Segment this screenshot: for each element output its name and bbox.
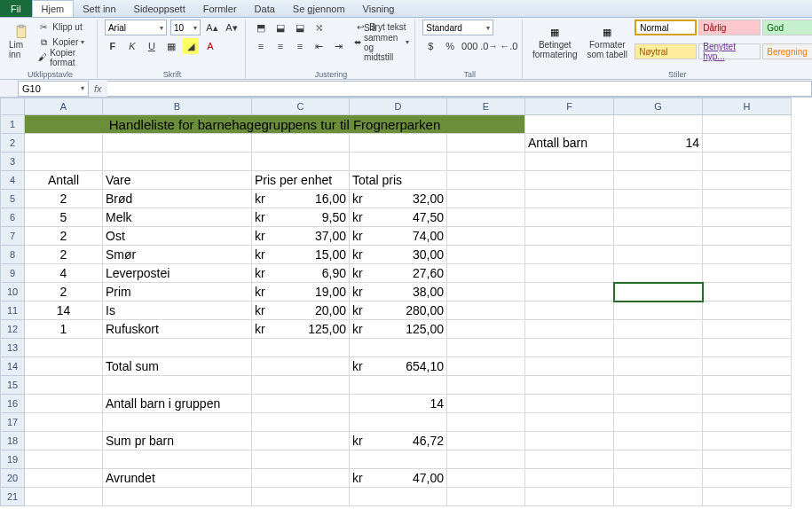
currency-button[interactable]: $ <box>422 38 438 54</box>
cell-G11[interactable] <box>614 301 703 320</box>
row-header-2[interactable]: 2 <box>0 134 25 153</box>
row-header-8[interactable]: 8 <box>0 246 25 264</box>
align-right-button[interactable]: ≡ <box>292 38 308 54</box>
cell-A7[interactable]: 2 <box>25 227 103 246</box>
cell-H2[interactable] <box>703 134 792 153</box>
cell-F12[interactable] <box>525 320 614 339</box>
cell-B17[interactable] <box>103 413 252 432</box>
cell-B11[interactable]: Is <box>103 301 252 320</box>
cell-F14[interactable] <box>525 357 614 376</box>
cell-C18[interactable] <box>252 432 350 450</box>
cell-H10[interactable] <box>703 283 792 301</box>
style-good[interactable]: God <box>762 20 812 35</box>
cell-F5[interactable] <box>525 190 614 208</box>
cell-H4[interactable] <box>703 171 792 190</box>
cell-H20[interactable] <box>703 469 792 488</box>
cell-D3[interactable] <box>350 153 447 171</box>
cell-H15[interactable] <box>703 376 792 395</box>
cell-D12[interactable]: kr125,00 <box>350 320 447 339</box>
align-bottom-button[interactable]: ⬓ <box>292 20 308 35</box>
cell-F20[interactable] <box>525 469 614 488</box>
cell-C9[interactable]: kr6,90 <box>252 264 350 283</box>
cell-D2[interactable] <box>350 134 447 153</box>
cell-F2[interactable]: Antall barn <box>525 134 614 153</box>
cell-C5[interactable]: kr16,00 <box>252 190 350 208</box>
cell-A17[interactable] <box>25 413 103 432</box>
tab-visning[interactable]: Visning <box>354 0 404 17</box>
cell-D11[interactable]: kr280,00 <box>350 301 447 320</box>
cell-G6[interactable] <box>614 208 703 227</box>
tab-sideoppsett[interactable]: Sideoppsett <box>125 0 194 17</box>
cell-D14[interactable]: kr654,10 <box>350 357 447 376</box>
col-header-A[interactable]: A <box>25 98 103 115</box>
cell-F15[interactable] <box>525 376 614 395</box>
cell-A18[interactable] <box>25 432 103 450</box>
shrink-font-button[interactable]: A▾ <box>224 20 240 35</box>
cell-F16[interactable] <box>525 395 614 413</box>
cell-B8[interactable]: Smør <box>103 246 252 264</box>
cell-H9[interactable] <box>703 264 792 283</box>
row-header-17[interactable]: 17 <box>0 413 25 432</box>
cell-B5[interactable]: Brød <box>103 190 252 208</box>
cell-G3[interactable] <box>614 153 703 171</box>
row-header-10[interactable]: 10 <box>0 283 25 301</box>
cell-E13[interactable] <box>447 339 525 357</box>
italic-button[interactable]: K <box>124 38 140 54</box>
cell-C4[interactable]: Pris per enhet <box>252 171 350 190</box>
cell-C8[interactable]: kr15,00 <box>252 246 350 264</box>
cell-E5[interactable] <box>447 190 525 208</box>
cell-E4[interactable] <box>447 171 525 190</box>
col-header-C[interactable]: C <box>252 98 350 115</box>
cell-E20[interactable] <box>447 469 525 488</box>
cell-E11[interactable] <box>447 301 525 320</box>
cell-G16[interactable] <box>614 395 703 413</box>
row-header-18[interactable]: 18 <box>0 432 25 450</box>
cell-E10[interactable] <box>447 283 525 301</box>
cell-G1[interactable] <box>614 115 703 134</box>
tab-hjem[interactable]: Hjem <box>32 0 75 17</box>
cell-B10[interactable]: Prim <box>103 283 252 301</box>
row-header-13[interactable]: 13 <box>0 339 25 357</box>
increase-indent-button[interactable]: ⇥ <box>331 38 347 54</box>
cell-G4[interactable] <box>614 171 703 190</box>
row-header-7[interactable]: 7 <box>0 227 25 246</box>
cell-G8[interactable] <box>614 246 703 264</box>
cell-C11[interactable]: kr20,00 <box>252 301 350 320</box>
cell-F6[interactable] <box>525 208 614 227</box>
cell-D6[interactable]: kr47,50 <box>350 208 447 227</box>
cell-B6[interactable]: Melk <box>103 208 252 227</box>
name-box[interactable]: G10▾ <box>18 81 89 97</box>
cell-F8[interactable] <box>525 246 614 264</box>
cell-C12[interactable]: kr125,00 <box>252 320 350 339</box>
cell-A8[interactable]: 2 <box>25 246 103 264</box>
cell-D9[interactable]: kr27,60 <box>350 264 447 283</box>
cell-G14[interactable] <box>614 357 703 376</box>
orientation-button[interactable]: ⤭ <box>311 20 327 35</box>
cell-G2[interactable]: 14 <box>614 134 703 153</box>
underline-button[interactable]: U <box>144 38 160 54</box>
cell-B19[interactable] <box>103 450 252 469</box>
cell-A21[interactable] <box>25 488 103 506</box>
cell-C6[interactable]: kr9,50 <box>252 208 350 227</box>
cell-E2[interactable] <box>447 134 525 153</box>
cell-B18[interactable]: Sum pr barn <box>103 432 252 450</box>
cell-F18[interactable] <box>525 432 614 450</box>
row-header-1[interactable]: 1 <box>0 115 25 134</box>
cell-B15[interactable] <box>103 376 252 395</box>
cell-C20[interactable] <box>252 469 350 488</box>
cell-G19[interactable] <box>614 450 703 469</box>
cell-E18[interactable] <box>447 432 525 450</box>
cell-G10[interactable] <box>614 283 703 301</box>
number-format-select[interactable]: Standard▾ <box>422 20 493 35</box>
cell-D18[interactable]: kr46,72 <box>350 432 447 450</box>
cell-C17[interactable] <box>252 413 350 432</box>
row-header-5[interactable]: 5 <box>0 190 25 208</box>
align-top-button[interactable]: ⬒ <box>253 20 269 35</box>
cell-D20[interactable]: kr47,00 <box>350 469 447 488</box>
cell-E6[interactable] <box>447 208 525 227</box>
row-header-12[interactable]: 12 <box>0 320 25 339</box>
cell-A5[interactable]: 2 <box>25 190 103 208</box>
cell-G13[interactable] <box>614 339 703 357</box>
decrease-indent-button[interactable]: ⇤ <box>311 38 327 54</box>
cell-F1[interactable] <box>525 115 614 134</box>
